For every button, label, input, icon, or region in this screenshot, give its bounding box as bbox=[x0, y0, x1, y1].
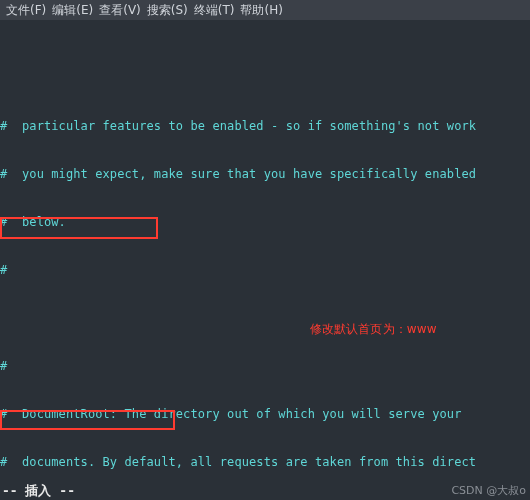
watermark: CSDN @大叔o bbox=[451, 483, 526, 498]
menu-bar: 文件(F) 编辑(E) 查看(V) 搜索(S) 终端(T) 帮助(H) bbox=[0, 0, 530, 20]
menu-edit[interactable]: 编辑(E) bbox=[52, 0, 93, 20]
blank-line bbox=[0, 310, 530, 326]
code-line: documents. By default, all requests are … bbox=[7, 455, 476, 469]
menu-term[interactable]: 终端(T) bbox=[194, 0, 235, 20]
menu-search[interactable]: 搜索(S) bbox=[147, 0, 188, 20]
code-line: particular features to be enabled - so i… bbox=[7, 119, 476, 133]
menu-view[interactable]: 查看(V) bbox=[99, 0, 141, 20]
annotation-text: 修改默认首页为：www bbox=[310, 321, 437, 337]
code-line: DocumentRoot: The directory out of which… bbox=[7, 407, 461, 421]
editor-area[interactable]: 修改默认首页为：www # particular features to be … bbox=[0, 20, 530, 500]
code-line: below. bbox=[7, 215, 66, 229]
menu-help[interactable]: 帮助(H) bbox=[240, 0, 282, 20]
code-line: you might expect, make sure that you hav… bbox=[7, 167, 476, 181]
status-mode: -- 插入 -- bbox=[0, 482, 77, 500]
menu-file[interactable]: 文件(F) bbox=[6, 0, 46, 20]
